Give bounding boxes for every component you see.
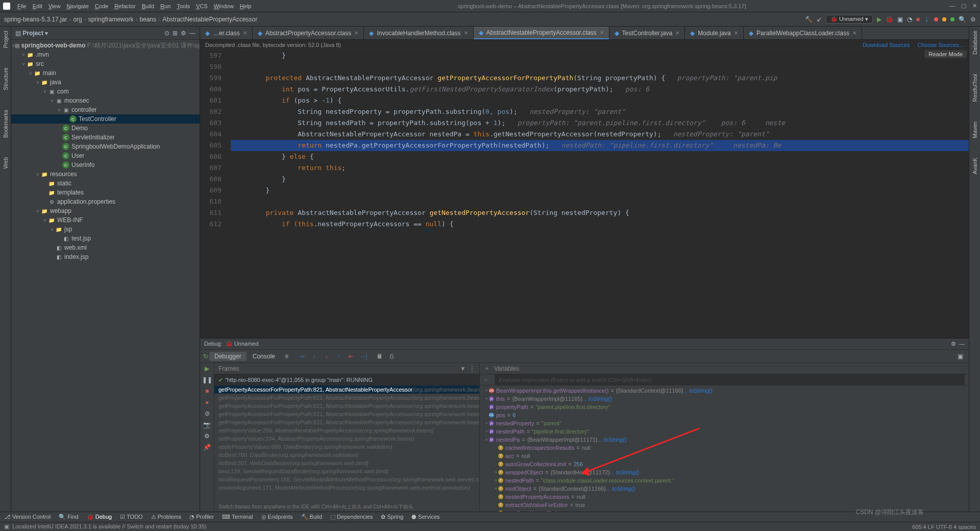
tool-web[interactable]: Web	[3, 155, 9, 171]
tool-todo[interactable]: ☑ TODO	[116, 512, 146, 522]
tree-item[interactable]: ⚙application.properties	[11, 197, 200, 206]
profile-icon[interactable]: ◔	[907, 16, 912, 23]
variable-row[interactable]: fautoGrowCollectionLimit= 256	[480, 460, 969, 468]
tool-database[interactable]: Database	[972, 29, 978, 57]
step-out-icon[interactable]: ↑	[333, 351, 345, 362]
close-icon[interactable]: ✕	[354, 30, 358, 36]
code-line[interactable]: }	[231, 50, 969, 61]
rerun-icon[interactable]: ↻	[203, 353, 208, 360]
editor-tab[interactable]: ◆Module.java✕	[685, 27, 744, 39]
build-icon[interactable]: 🔨	[805, 16, 813, 23]
tree-item[interactable]: CSpringbootWebDemoApplication	[11, 142, 200, 151]
menu-file[interactable]: File	[14, 2, 30, 10]
tool-problems[interactable]: ⚠ Problems	[147, 512, 186, 522]
run-to-cursor-icon[interactable]: →|	[358, 351, 369, 362]
remove-watch-icon[interactable]: −	[484, 376, 487, 383]
editor-tab[interactable]: ◆AbstractNestablePropertyAccessor.class✕	[474, 27, 609, 39]
stack-frame[interactable]: getPropertyAccessorForPropertyPath:821, …	[214, 410, 479, 418]
code-line[interactable]	[231, 196, 969, 207]
variable-row[interactable]: >pnestedPath= "pipeline.first.directory"	[480, 427, 969, 436]
menu-build[interactable]: Build	[139, 2, 157, 10]
select-open-file-icon[interactable]: ⊙	[164, 30, 169, 37]
tool-restfultool[interactable]: RestfulTool	[972, 72, 978, 104]
variable-row[interactable]: vpnestedPa= {BeanWrapperImpl@11171} ... …	[480, 436, 969, 444]
menu-view[interactable]: View	[45, 2, 64, 10]
tool-maven[interactable]: Maven	[972, 119, 978, 140]
editor-tab[interactable]: ◆…er.class✕	[200, 27, 253, 39]
tree-item[interactable]: v📁main	[11, 68, 200, 78]
settings-icon[interactable]: ⚙	[181, 30, 186, 37]
stack-frame[interactable]: getPropertyAccessorForPropertyPath:821, …	[214, 402, 479, 410]
left-tool-strip[interactable]: ProjectStructureBookmarksWeb	[0, 27, 11, 512]
new-watch-icon[interactable]: ＋	[484, 364, 490, 373]
close-icon[interactable]: ✕	[675, 30, 679, 36]
tree-item[interactable]: ◧test.jsp	[11, 234, 200, 243]
variable-row[interactable]: 01pos= 6	[480, 411, 969, 419]
variable-row[interactable]: >fwrappedObject= {StandardHost@11172} ..…	[480, 468, 969, 476]
stack-frame[interactable]: doBind:207, WebDataBinder (org.springfra…	[214, 459, 479, 467]
code-viewport[interactable]: 5975985996006016026036046056066076086096…	[200, 50, 969, 338]
main-menu[interactable]: FileEditViewNavigateCodeRefactorBuildRun…	[14, 3, 254, 9]
tool-dependencies[interactable]: ⬚ Dependencies	[326, 512, 377, 522]
crumb[interactable]: beans	[139, 16, 156, 23]
select-run-icon[interactable]: ↙	[817, 16, 822, 23]
tree-item[interactable]: v📁webapp	[11, 206, 200, 215]
menu-run[interactable]: Run	[157, 2, 174, 10]
tool-structure[interactable]: Structure	[3, 65, 9, 92]
reader-mode-badge[interactable]: Reader Mode	[924, 50, 967, 58]
variable-row[interactable]: >fnestedPath= "class.module.classLoader.…	[480, 476, 969, 485]
code-line[interactable]: } else {	[231, 151, 969, 162]
tree-item[interactable]: >📁.mvn	[11, 50, 200, 59]
choose-sources-link[interactable]: Choose Sources...	[918, 42, 964, 48]
evaluate-icon[interactable]: 🖩	[374, 351, 385, 362]
tree-item[interactable]: CTestController	[11, 114, 200, 124]
menu-edit[interactable]: Edit	[30, 2, 45, 10]
menu-navigate[interactable]: Navigate	[63, 2, 91, 10]
code-line[interactable]: AbstractNestablePropertyAccessor nestedP…	[231, 129, 969, 140]
menu-refactor[interactable]: Refactor	[111, 2, 139, 10]
editor-tab[interactable]: ◆TestController.java✕	[609, 27, 685, 39]
tool-find[interactable]: 🔍 Find	[55, 512, 82, 522]
tool-spring[interactable]: ✿ Spring	[377, 512, 407, 522]
trace-icon[interactable]: ⎙	[386, 351, 398, 362]
filter-icon[interactable]: ▼	[460, 365, 466, 372]
tree-item[interactable]: v📁resources	[11, 170, 200, 179]
settings-icon[interactable]: ⚙	[951, 341, 956, 347]
code-line[interactable]: return nestedPa.getPropertyAccessorForPr…	[231, 140, 969, 151]
variable-row[interactable]: >frootObject= {StandardContext@11166} ..…	[480, 485, 969, 493]
tree-item[interactable]: v▣com	[11, 87, 200, 96]
code-line[interactable]: String nestedPath = propertyPath.substri…	[231, 117, 969, 129]
frames-list[interactable]: getPropertyAccessorForPropertyPath:821, …	[214, 385, 479, 502]
tool-profiler[interactable]: ◔ Profiler	[185, 512, 218, 522]
coverage-icon[interactable]: ▣	[897, 16, 903, 23]
crumb[interactable]: springframework	[88, 16, 134, 23]
variable-row[interactable]: fcachedIntrospectionResults= null	[480, 444, 969, 452]
close-icon[interactable]: ✕	[464, 30, 468, 36]
variable-row[interactable]: fnestedPropertyAccessors= null	[480, 493, 969, 501]
tool-debug[interactable]: 🐞 Debug	[83, 512, 116, 522]
hide-icon[interactable]: —	[189, 30, 195, 37]
more-icon[interactable]: ⋮	[469, 365, 475, 372]
tree-item[interactable]: v📁java	[11, 78, 200, 87]
stack-frame[interactable]: getPropertyAccessorForPropertyPath:821, …	[214, 418, 479, 426]
tree-item[interactable]: v📁WEB-INF	[11, 215, 200, 225]
tool-bookmarks[interactable]: Bookmarks	[3, 108, 9, 140]
run-config-selector[interactable]: 🐞 Unnamed ▾	[826, 15, 873, 23]
threads-icon[interactable]: ≡	[281, 351, 292, 362]
crumb[interactable]: spring-beans-5.3.17.jar	[4, 16, 67, 23]
debug-icon[interactable]: 🐞	[886, 16, 893, 23]
tree-item[interactable]: v📁jsp	[11, 225, 200, 234]
stop-icon[interactable]: ■	[916, 16, 920, 23]
project-title[interactable]: ▤ Project ▾	[15, 30, 48, 37]
tree-item[interactable]: v📁src	[11, 59, 200, 68]
code-line[interactable]: private AbstractNestablePropertyAccessor…	[231, 207, 969, 219]
stack-frame[interactable]: getPropertyAccessorForPropertyPath:821, …	[214, 394, 479, 402]
variable-row[interactable]: >pthis= {BeanWrapperImpl@11165} ... toSt…	[480, 395, 969, 403]
evaluate-input[interactable]: Evaluate expression (Enter) or add a wat…	[495, 374, 965, 385]
menu-tools[interactable]: Tools	[174, 2, 193, 10]
breadcrumbs[interactable]: spring-beans-5.3.17.jar›org›springframew…	[4, 16, 257, 23]
variable-row[interactable]: >ooBeanWrapperImpl.this.getWrappedInstan…	[480, 387, 969, 395]
tab-console[interactable]: Console	[248, 352, 280, 361]
tab-debugger[interactable]: Debugger	[209, 352, 247, 361]
close-icon[interactable]: ✕	[600, 30, 604, 35]
